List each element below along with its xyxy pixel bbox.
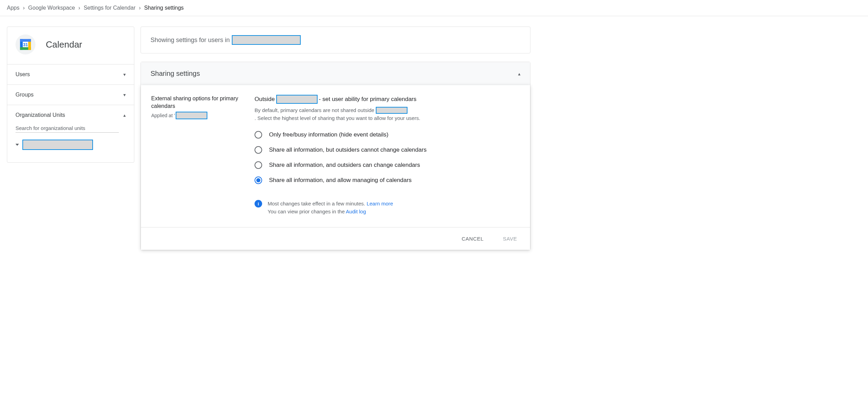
redacted-scope-value[interactable] xyxy=(232,35,301,45)
section-title: Sharing settings xyxy=(151,70,200,78)
applied-at: Applied at ' xyxy=(151,112,244,119)
external-sharing-panel: External sharing options for primary cal… xyxy=(141,85,530,250)
sidebar-title: Calendar xyxy=(46,39,82,50)
redacted-domain xyxy=(276,95,318,104)
option-share-edit[interactable]: Share all information, and outsiders can… xyxy=(255,161,520,169)
chevron-right-icon: › xyxy=(23,5,24,11)
panel-right: Outside - set user ability for primary c… xyxy=(255,95,520,215)
panel-left-title: External sharing options for primary cal… xyxy=(151,95,244,110)
main-content: Showing settings for users in Sharing se… xyxy=(141,27,530,250)
redacted-org-name[interactable] xyxy=(22,140,93,150)
save-button[interactable]: SAVE xyxy=(500,234,520,243)
org-units-body: Search for organizational units xyxy=(7,125,134,162)
breadcrumb-apps[interactable]: Apps xyxy=(7,5,19,11)
option-free-busy[interactable]: Only free/busy information (hide event d… xyxy=(255,131,520,139)
option-label: Only free/busy information (hide event d… xyxy=(269,131,389,138)
svg-rect-4 xyxy=(20,39,31,42)
chevron-up-icon: ▴ xyxy=(123,112,126,118)
redacted-applied-value xyxy=(176,112,207,119)
sidebar-header: 31 Calendar xyxy=(7,27,134,64)
breadcrumb-settings-calendar[interactable]: Settings for Calendar xyxy=(84,5,135,11)
sharing-settings-card: Sharing settings ▴ External sharing opti… xyxy=(141,62,530,250)
chevron-down-icon: ▾ xyxy=(123,92,126,98)
outside-heading: Outside - set user ability for primary c… xyxy=(255,95,520,104)
chevron-down-icon: ▾ xyxy=(123,72,126,77)
learn-more-link[interactable]: Learn more xyxy=(366,201,393,206)
scope-label: Showing settings for users in xyxy=(151,37,230,44)
scope-card: Showing settings for users in xyxy=(141,27,530,53)
sharing-options: Only free/busy information (hide event d… xyxy=(255,131,520,184)
sidebar-item-users[interactable]: Users ▾ xyxy=(7,64,134,85)
info-icon: i xyxy=(255,200,262,208)
sidebar-item-label: Users xyxy=(16,71,30,78)
breadcrumb-current: Sharing settings xyxy=(144,5,184,11)
radio-icon[interactable] xyxy=(255,146,262,154)
outside-description: By default, primary calendars are not sh… xyxy=(255,107,520,122)
radio-icon[interactable] xyxy=(255,161,262,169)
section-header[interactable]: Sharing settings ▴ xyxy=(141,62,530,85)
panel-footer: CANCEL SAVE xyxy=(141,227,530,250)
sidebar-item-groups[interactable]: Groups ▾ xyxy=(7,85,134,105)
chevron-right-icon: › xyxy=(79,5,80,11)
ou-search-label: Search for organizational units xyxy=(16,125,126,132)
sidebar-item-label: Groups xyxy=(16,92,33,98)
option-share-readonly[interactable]: Share all information, but outsiders can… xyxy=(255,146,520,154)
svg-text:31: 31 xyxy=(23,42,28,47)
calendar-icon: 31 xyxy=(16,34,35,54)
audit-log-link[interactable]: Audit log xyxy=(346,209,366,214)
radio-icon-selected[interactable] xyxy=(255,176,262,184)
sidebar-item-org-units[interactable]: Organizational Units ▴ xyxy=(7,105,134,125)
option-label: Share all information, and outsiders can… xyxy=(269,162,420,169)
radio-icon[interactable] xyxy=(255,131,262,139)
breadcrumb: Apps › Google Workspace › Settings for C… xyxy=(0,0,868,16)
redacted-domain xyxy=(376,107,407,114)
panel-left: External sharing options for primary cal… xyxy=(151,95,244,215)
info-block: i Most changes take effect in a few minu… xyxy=(255,200,520,215)
chevron-up-icon[interactable]: ▴ xyxy=(518,71,520,77)
chevron-right-icon: › xyxy=(139,5,141,11)
info-text: Most changes take effect in a few minute… xyxy=(268,200,393,215)
sidebar: 31 Calendar Users ▾ Groups ▾ Organizatio… xyxy=(7,27,134,163)
breadcrumb-workspace[interactable]: Google Workspace xyxy=(28,5,75,11)
option-share-manage[interactable]: Share all information, and allow managin… xyxy=(255,176,520,184)
ou-tree-root[interactable] xyxy=(16,140,126,150)
option-label: Share all information, and allow managin… xyxy=(269,177,412,184)
cancel-button[interactable]: CANCEL xyxy=(459,234,486,243)
option-label: Share all information, but outsiders can… xyxy=(269,146,426,153)
sidebar-item-label: Organizational Units xyxy=(16,112,65,118)
caret-down-icon[interactable] xyxy=(16,144,19,146)
ou-search-input[interactable] xyxy=(16,132,119,133)
